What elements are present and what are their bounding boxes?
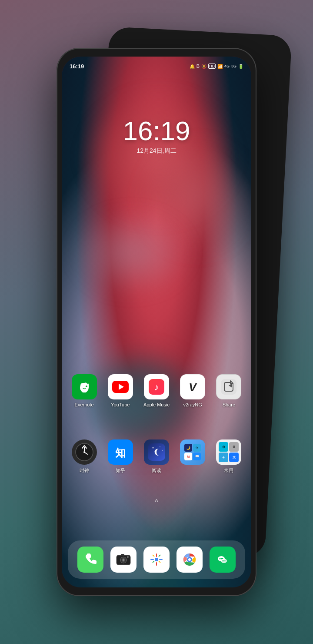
- svg-point-16: [160, 446, 160, 447]
- svg-point-33: [155, 558, 158, 561]
- app-share[interactable]: Share: [213, 374, 244, 407]
- mini-common-3: ✈: [219, 453, 228, 462]
- app-zhihu[interactable]: 知 知乎: [105, 439, 136, 474]
- svg-point-15: [152, 447, 153, 449]
- alarm-icon: 🔔: [190, 64, 195, 69]
- dock-app-phone[interactable]: [77, 547, 103, 573]
- app-apple-music[interactable]: ♪ Apple Music: [141, 374, 172, 407]
- mini-app-other: 📖: [193, 453, 201, 460]
- evernote-icon: [72, 374, 97, 399]
- app-row-2: 时钟 知 知乎: [62, 439, 251, 474]
- telegram-folder-grid: 🌙 ✈ M 📖: [182, 441, 203, 463]
- clock-icon: [72, 439, 97, 465]
- svg-text:知: 知: [115, 447, 126, 459]
- clock-widget: 16:19 12月24日,周二: [62, 117, 251, 155]
- svg-point-17: [162, 450, 163, 451]
- common-folder-label: 常用: [224, 467, 233, 474]
- clock-time: 16:19: [62, 117, 251, 144]
- app-row-1: Evernote YouTube: [62, 374, 251, 407]
- common-folder-icon: ⚙ ⚙ ✈ 支: [216, 439, 241, 465]
- dock: [68, 540, 245, 579]
- clock-date: 12月24日,周二: [62, 147, 251, 155]
- v2rayng-label: v2rayNG: [183, 402, 202, 407]
- svg-rect-26: [156, 562, 157, 566]
- app-common-folder[interactable]: ⚙ ⚙ ✈ 支: [213, 439, 244, 474]
- dock-app-podcast[interactable]: [143, 547, 170, 573]
- app-v2rayng[interactable]: V v2rayNG: [177, 374, 208, 407]
- apple-music-label: Apple Music: [143, 402, 170, 407]
- app-evernote[interactable]: Evernote: [69, 374, 100, 407]
- zhihu-label: 知乎: [116, 467, 125, 474]
- svg-point-41: [221, 558, 222, 560]
- svg-point-1: [86, 386, 87, 387]
- app-reading[interactable]: 阅读: [141, 439, 172, 474]
- mini-common-2: ⚙: [229, 442, 239, 452]
- svg-point-40: [220, 558, 221, 560]
- mute-icon: 🔕: [201, 64, 206, 69]
- dock-arrow-icon: ^: [155, 498, 158, 506]
- status-bar: 16:19 🔔 B 🔕 HD 📶 4G 3G 🔋: [62, 57, 251, 72]
- reading-icon: [144, 439, 169, 465]
- phone-screen: 16:19 🔔 B 🔕 HD 📶 4G 3G 🔋 16:19 12月24日,周二: [62, 57, 251, 587]
- dock-arrow[interactable]: ^: [62, 498, 251, 507]
- zhihu-icon: 知: [108, 439, 133, 465]
- wifi-icon: 📶: [217, 64, 223, 69]
- telegram-folder-icon: 🌙 ✈ M 📖: [180, 439, 205, 465]
- svg-rect-28: [159, 559, 163, 560]
- svg-point-44: [222, 560, 223, 561]
- svg-point-11: [83, 451, 85, 453]
- mini-common-1: ⚙: [219, 442, 228, 452]
- app-clock[interactable]: 时钟: [69, 439, 100, 474]
- 3g-icon: 3G: [231, 64, 236, 68]
- share-label: Share: [223, 402, 235, 407]
- svg-point-37: [188, 558, 191, 561]
- status-icons: 🔔 B 🔕 HD 📶 4G 3G 🔋: [190, 64, 243, 69]
- status-time: 16:19: [70, 63, 84, 70]
- clock-label: 时钟: [80, 467, 89, 474]
- phone-device: 16:19 🔔 B 🔕 HD 📶 4G 3G 🔋 16:19 12月24日,周二: [57, 48, 256, 596]
- svg-point-23: [127, 556, 129, 558]
- mini-app-gmail: M: [184, 453, 192, 460]
- svg-point-45: [223, 560, 224, 561]
- youtube-label: YouTube: [111, 402, 130, 407]
- reading-label: 阅读: [152, 467, 161, 474]
- svg-text:V: V: [189, 381, 197, 394]
- v2rayng-icon: V: [180, 374, 205, 399]
- svg-point-46: [224, 560, 225, 561]
- svg-point-21: [123, 559, 124, 561]
- common-folder-grid: ⚙ ⚙ ✈ 支: [216, 439, 241, 465]
- apple-music-icon: ♪: [144, 374, 169, 399]
- dock-app-wechat[interactable]: [210, 547, 236, 573]
- share-icon: [216, 374, 241, 399]
- battery-icon: 🔋: [238, 64, 243, 69]
- app-youtube[interactable]: YouTube: [105, 374, 136, 407]
- 4g-icon: 4G: [224, 64, 230, 68]
- svg-rect-25: [156, 553, 157, 557]
- mini-app-telegram: ✈: [193, 444, 201, 452]
- evernote-label: Evernote: [75, 402, 94, 407]
- svg-rect-22: [121, 554, 124, 556]
- mini-common-4: 支: [229, 453, 239, 462]
- svg-rect-8: [221, 379, 236, 395]
- hd-icon: HD: [208, 64, 216, 69]
- dock-app-chrome[interactable]: [176, 547, 203, 573]
- mini-app-reading: 🌙: [184, 444, 192, 452]
- svg-rect-27: [150, 559, 154, 560]
- dock-app-camera[interactable]: [110, 547, 137, 573]
- app-telegram-folder[interactable]: 🌙 ✈ M 📖: [177, 439, 208, 467]
- bluetooth-icon: B: [196, 64, 200, 69]
- youtube-icon: [108, 374, 133, 399]
- svg-text:♪: ♪: [154, 382, 159, 392]
